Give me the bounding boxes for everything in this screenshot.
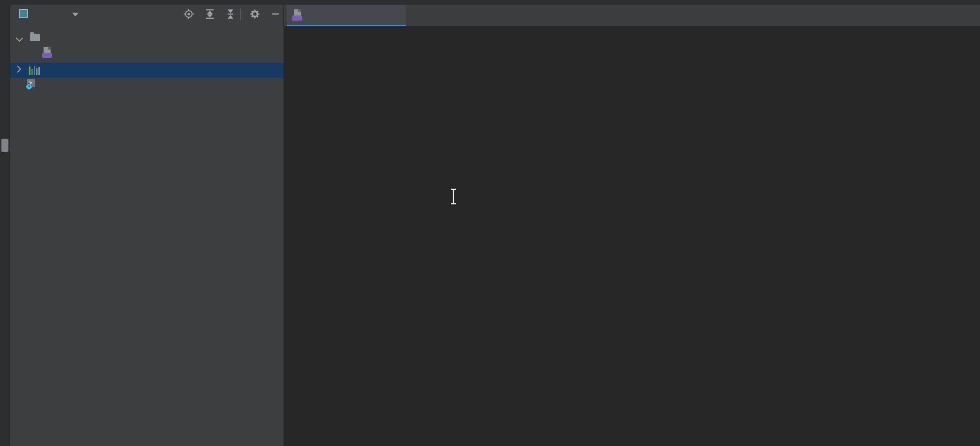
tree-row-project-root[interactable]	[10, 32, 283, 47]
editor-tab-bar	[284, 5, 980, 27]
settings-gear-icon[interactable]	[249, 8, 260, 20]
left-tool-stripe	[0, 5, 10, 446]
editor-area	[284, 5, 980, 446]
locate-icon[interactable]	[183, 8, 194, 20]
php-file-icon	[292, 9, 302, 21]
project-view-icon	[19, 9, 28, 18]
chevron-down-icon[interactable]	[72, 13, 79, 16]
ide-window: >	[0, 0, 980, 446]
window-top-strip	[0, 0, 980, 5]
collapse-all-icon[interactable]	[225, 8, 236, 20]
library-icon	[29, 64, 41, 73]
tree-row-scratches[interactable]: >	[10, 78, 283, 93]
folder-icon	[30, 34, 40, 41]
toolbar-divider	[240, 8, 241, 20]
project-panel-header	[10, 5, 283, 24]
project-panel: >	[10, 5, 284, 446]
tool-stripe-structure-icon[interactable]	[1, 139, 8, 152]
tab-relilab-termine-php[interactable]	[287, 5, 406, 26]
editor-body[interactable]	[284, 26, 980, 446]
scratches-icon: >	[26, 79, 37, 89]
tree-row-external-libraries[interactable]	[10, 63, 283, 78]
expand-all-icon[interactable]	[204, 8, 215, 20]
php-file-icon	[42, 47, 52, 58]
hide-panel-icon[interactable]	[270, 8, 281, 20]
chevron-right-icon[interactable]	[14, 66, 22, 73]
text-cursor-pointer	[449, 188, 458, 206]
tree-row-php-file[interactable]	[10, 47, 283, 62]
chevron-down-icon[interactable]	[16, 35, 23, 42]
